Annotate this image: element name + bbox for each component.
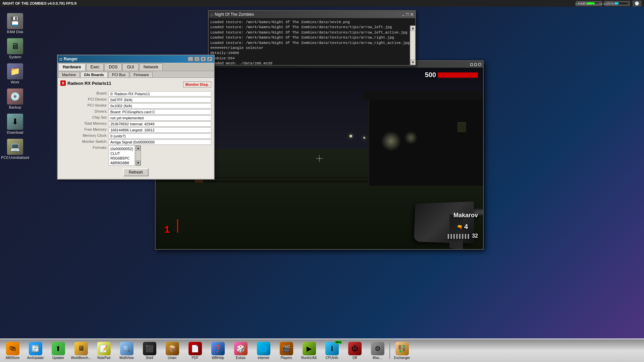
ranger-maximize-btn[interactable]: □ — [194, 57, 200, 61]
game-btn-2[interactable]: ◻ — [474, 62, 477, 67]
formats-list[interactable]: (0x00000052) CLUT R5G6B5PC A8R8G8B8 — [109, 145, 135, 166]
work-icon: 📁 — [7, 63, 23, 79]
magazine-count: 32 — [472, 233, 478, 239]
spotlight-2 — [404, 131, 418, 144]
terminal-minimize-btn[interactable]: 🗕 — [401, 13, 405, 16]
terminal-window-controls: 🗕 🗖 🗙 — [401, 13, 414, 16]
tab-dos[interactable]: DOS — [104, 63, 122, 71]
ranger-window: ◻ Ranger _ □ × ⤢ Hardware Exec DOS GUI N… — [57, 55, 215, 180]
ranger-tab-bar-2: Machine Gfx Boards PCI Bus Firmware — [58, 71, 214, 78]
score-indicator: 1 — [164, 219, 178, 236]
backup-label: Backup — [9, 105, 21, 109]
taskbar-players[interactable]: 🎬 Players — [275, 340, 297, 362]
terminal-scroll-down[interactable]: ▼ — [410, 60, 416, 65]
taskbar-exchanger[interactable]: 💱 Exchanger — [391, 340, 413, 362]
terminal-line-7: detaily:16906 — [210, 51, 414, 56]
tab-hardware[interactable]: Hardware — [58, 63, 86, 71]
taskbar-cpuinfo[interactable]: ℹ CPUInfo 98% — [321, 340, 343, 362]
health-number: 500 — [425, 71, 436, 79]
topbar-title: NIGHT OF THE ZOMBIES v4.0.0.791 FPS:9 — [3, 1, 76, 5]
pdf-label: PDF — [192, 356, 199, 360]
ranger-minimize-btn[interactable]: _ — [188, 57, 193, 61]
taskbar-unarc[interactable]: 📦 Unarc — [161, 340, 183, 362]
formats-scroll-up[interactable]: ▲ — [136, 146, 141, 150]
taskbar-workbench[interactable]: 🖥 WorkBench... — [70, 340, 92, 362]
taskbar-amiupdate[interactable]: 🔄 AmiUpdate — [24, 340, 46, 362]
taskbar-updater[interactable]: ⬆ Updater — [47, 340, 69, 362]
ranger-close-btn[interactable]: × — [201, 57, 206, 61]
taskbar-amistore[interactable]: 🛍 AMIStore — [2, 340, 23, 362]
mag-icon: ▌▌▌▌▌▌▌▌ — [448, 234, 471, 239]
format-item-3[interactable]: A8R8G8B8 — [110, 161, 134, 165]
terminal-maximize-btn[interactable]: 🗖 — [406, 13, 409, 16]
taskbar-ruminuae[interactable]: ▶ RunInUAE — [298, 340, 320, 362]
terminal-scrollbar[interactable]: ▲ ▼ — [410, 25, 415, 65]
desktop-icon-backup[interactable]: 💿 Backup — [2, 87, 29, 111]
taskbar-off[interactable]: ⏻ Off — [344, 340, 366, 362]
formats-scroll-track[interactable] — [136, 150, 141, 161]
notepad-icon: 📝 — [97, 342, 111, 355]
health-bar-bg — [438, 72, 478, 78]
tab-network[interactable]: Network — [139, 63, 163, 71]
amistore-label: AMIStore — [6, 356, 20, 360]
game-btn-1[interactable]: ◻ — [470, 62, 473, 67]
taskbar-extras[interactable]: 🎲 Extras — [230, 340, 252, 362]
terminal-close-icon[interactable]: ◻ — [210, 13, 213, 16]
terminal-close-btn[interactable]: 🗙 — [410, 13, 414, 16]
taskbar-multiview[interactable]: 🔍 MultiView — [116, 340, 138, 362]
unarc-icon: 📦 — [166, 342, 179, 355]
taskbar-internet[interactable]: 🌐 Internet — [253, 340, 274, 362]
desktop-icon-system[interactable]: 🖥 System — [2, 37, 29, 60]
tab-gui[interactable]: GUI — [122, 63, 138, 71]
taskbar-notepad[interactable]: 📝 NotePad — [93, 340, 115, 362]
game-btn-3[interactable]: ⬡ — [478, 62, 481, 67]
updater-icon: ⬆ — [52, 342, 65, 355]
terminal-scroll-track[interactable] — [410, 31, 415, 60]
desktop-icons: 💾 RAM Disk 🖥 System 📁 Work 💿 Backup ⬇ Do… — [0, 8, 34, 164]
extras-icon: 🎲 — [234, 342, 248, 355]
tab-pci-bus[interactable]: PCI Bus — [108, 72, 129, 77]
terminal-titlebar[interactable]: ◻ Night Of The Zombies 🗕 🗖 🗙 — [209, 11, 415, 18]
off-label: Off — [353, 356, 357, 360]
terminal-line-1: Loaded texture: /Work/Games/Night Of The… — [210, 20, 414, 25]
chip-set-value: not yet implemented — [109, 115, 211, 121]
building-roof — [364, 90, 483, 100]
taskbar-wbhelp[interactable]: ❓ WBHelp — [207, 340, 229, 362]
crosshair — [316, 155, 323, 162]
formats-container: (0x00000052) CLUT R5G6B5PC A8R8G8B8 ▲ ▼ — [109, 145, 211, 166]
tab-exec[interactable]: Exec — [86, 63, 104, 71]
taskbar-divider — [389, 342, 390, 359]
taskbar-shell[interactable]: ⬛ Shell — [139, 340, 160, 362]
formats-scrollbar[interactable]: ▲ ▼ — [136, 145, 141, 166]
weapon-name: Makarov — [453, 212, 478, 219]
format-item-1[interactable]: CLUT — [110, 151, 134, 156]
taskbar-misc[interactable]: ⚙ Misc... — [367, 340, 388, 362]
desktop-icon-work[interactable]: 📁 Work — [2, 62, 29, 85]
work-label: Work — [11, 80, 19, 84]
pc0-label: PC0:Uninitialised — [1, 156, 29, 160]
taskbar-pdf[interactable]: 📄 PDF — [184, 340, 206, 362]
desktop-icon-pc0[interactable]: 💻 PC0:Uninitialised — [2, 137, 29, 161]
clock-widget: 🕐 — [633, 1, 641, 6]
formats-scroll-down[interactable]: ▼ — [136, 161, 141, 165]
score-value: 1 — [164, 224, 170, 236]
ranger-resize-btn[interactable]: ⤢ — [207, 57, 212, 61]
monitor-disp-button[interactable]: Monitor Disp. — [183, 81, 211, 87]
refresh-button[interactable]: Refresh — [123, 168, 149, 176]
ranger-tab-bar-1: Hardware Exec DOS GUI Network — [58, 63, 214, 71]
tab-gfx-boards[interactable]: Gfx Boards — [80, 72, 108, 77]
format-item-0[interactable]: (0x00000052) — [110, 146, 134, 151]
ranger-titlebar[interactable]: ◻ Ranger _ □ × ⤢ — [58, 55, 214, 63]
watermark: roninDude.deviantart.com — [575, 2, 617, 6]
tab-firmware[interactable]: Firmware — [130, 72, 153, 77]
tab-machine[interactable]: Machine — [58, 72, 80, 77]
pc0-icon: 💻 — [7, 139, 23, 155]
ramdisk-icon: 💾 — [7, 13, 23, 29]
format-item-2[interactable]: R5G6B5PC — [110, 156, 134, 161]
terminal-line-3: Loaded texture: /Work/Games/Night Of The… — [210, 30, 414, 35]
terminal-scroll-up[interactable]: ▲ — [410, 25, 416, 31]
desktop-icon-download[interactable]: ⬇ Download — [2, 112, 29, 136]
system-icon: 🖥 — [7, 38, 23, 54]
desktop-icon-ramdisk[interactable]: 💾 RAM Disk — [2, 12, 29, 35]
ranger-close-icon[interactable]: ◻ — [59, 57, 62, 61]
